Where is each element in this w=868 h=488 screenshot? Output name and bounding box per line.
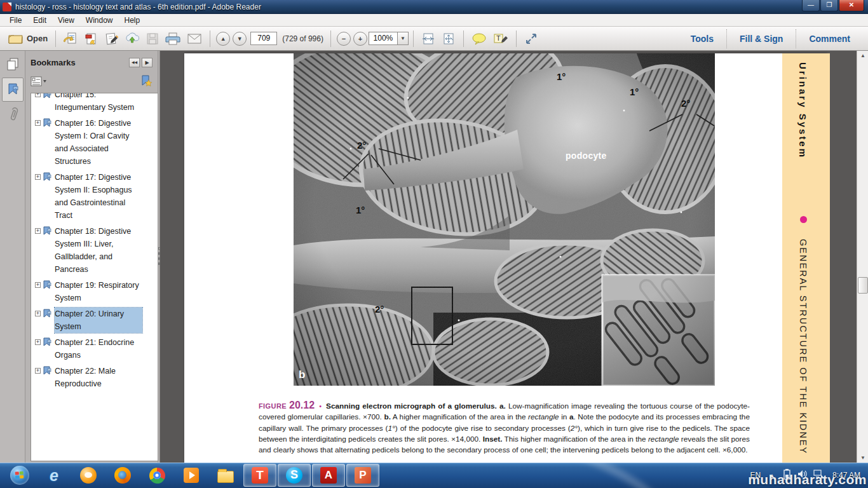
- zoom-level-input[interactable]: 100%: [369, 32, 398, 45]
- bookmark-expander-icon[interactable]: +: [35, 228, 41, 234]
- fit-width-button[interactable]: [418, 30, 438, 47]
- taskbar-gom-player[interactable]: [72, 464, 105, 487]
- zoom-out-button[interactable]: −: [337, 32, 351, 46]
- create-pdf-button[interactable]: [81, 30, 101, 48]
- highlight-text-button[interactable]: T: [490, 30, 512, 47]
- zoom-in-button[interactable]: +: [353, 32, 367, 46]
- tango-icon: T: [252, 467, 268, 484]
- bookmark-item[interactable]: +Chapter 16: Digestive System I: Oral Ca…: [35, 117, 160, 168]
- bookmarks-toolbar: [25, 74, 158, 92]
- email-button[interactable]: [184, 31, 205, 46]
- send-file-icon: [64, 32, 78, 46]
- windows-taskbar: e T S A P EN ▲ 8:47 AM: [0, 463, 868, 488]
- bookmark-item[interactable]: +Chapter 19: Respiratory System: [35, 279, 160, 304]
- bookmark-item[interactable]: +Chapter 17: Digestive System II: Esopha…: [35, 171, 160, 222]
- options-list-icon: [31, 76, 47, 86]
- bookmark-label[interactable]: Chapter 22: Male Reproductive: [55, 365, 142, 390]
- bookmarks-panel: Bookmarks ◀◀ ▶: [25, 51, 158, 463]
- navigation-pane-strip: [0, 51, 25, 463]
- menu-window[interactable]: Window: [80, 15, 119, 26]
- start-button[interactable]: [3, 464, 36, 487]
- bookmark-expander-icon[interactable]: +: [35, 311, 41, 316]
- document-scrollbar[interactable]: ▲ ▼: [857, 51, 868, 463]
- next-page-button[interactable]: ▼: [233, 32, 247, 46]
- send-file-button[interactable]: [60, 30, 81, 48]
- menu-edit[interactable]: Edit: [27, 15, 52, 26]
- bookmark-icon: [43, 366, 51, 376]
- bookmark-expander-icon[interactable]: +: [35, 93, 41, 97]
- bookmark-label[interactable]: Chapter 15: Integumentary System: [55, 93, 142, 114]
- windows-explorer-icon: [217, 471, 234, 483]
- sign-button[interactable]: [101, 30, 121, 48]
- bookmark-label[interactable]: Chapter 16: Digestive System I: Oral Cav…: [55, 117, 142, 168]
- taskbar-adobe-reader[interactable]: A: [312, 464, 345, 487]
- chapter-band-title: Urinary System: [797, 62, 808, 159]
- skype-icon: S: [286, 467, 302, 484]
- bookmark-label[interactable]: Chapter 18: Digestive System III: Liver,…: [55, 225, 142, 276]
- attachments-button[interactable]: [2, 103, 24, 127]
- fit-page-button[interactable]: [438, 30, 459, 47]
- bookmark-label[interactable]: Chapter 19: Respiratory System: [55, 279, 142, 304]
- sticky-note-button[interactable]: [468, 30, 490, 47]
- page-thumbnails-button[interactable]: [2, 52, 24, 76]
- open-button[interactable]: Open: [5, 31, 51, 46]
- bookmark-expander-icon[interactable]: +: [35, 282, 41, 288]
- cloud-upload-icon: [125, 32, 140, 46]
- close-button[interactable]: ✕: [839, 0, 864, 11]
- zoom-dropdown-button[interactable]: ▼: [398, 32, 409, 45]
- previous-page-button[interactable]: ▲: [216, 32, 230, 46]
- bookmark-options-button[interactable]: [31, 76, 47, 89]
- fill-sign-tab[interactable]: Fill & Sign: [727, 34, 796, 44]
- page-number-input[interactable]: 709: [250, 32, 277, 45]
- bookmark-item[interactable]: +Chapter 18: Digestive System III: Liver…: [35, 225, 160, 276]
- collapse-panel-button[interactable]: ◀◀: [129, 58, 140, 67]
- toolbar-separator: [55, 30, 56, 47]
- cloud-upload-button[interactable]: [121, 30, 143, 48]
- bookmark-item[interactable]: +Chapter 21: Endocrine Organs: [35, 336, 160, 362]
- fullscreen-button[interactable]: [521, 30, 541, 48]
- taskbar-firefox[interactable]: [106, 464, 139, 487]
- bookmark-item[interactable]: +Chapter 15: Integumentary System: [35, 93, 160, 114]
- menu-view[interactable]: View: [52, 15, 80, 26]
- bookmarks-panel-button[interactable]: [2, 78, 24, 102]
- bookmark-item[interactable]: +Chapter 22: Male Reproductive: [35, 365, 160, 390]
- bookmark-expander-icon[interactable]: +: [35, 120, 41, 126]
- taskbar-skype[interactable]: S: [278, 464, 311, 487]
- title-bar[interactable]: histology - ross - histology text and at…: [0, 0, 868, 14]
- bookmark-label[interactable]: Chapter 21: Endocrine Organs: [55, 336, 142, 362]
- taskbar-powerpoint[interactable]: P: [346, 464, 379, 487]
- tools-tab[interactable]: Tools: [678, 34, 726, 44]
- watermark-text: muhadharaty.com: [748, 472, 867, 487]
- taskbar-windows-explorer[interactable]: [209, 464, 242, 487]
- bookmark-expander-icon[interactable]: +: [35, 339, 41, 345]
- new-bookmark-button[interactable]: [140, 75, 153, 90]
- save-button[interactable]: [143, 30, 162, 47]
- bookmark-expander-icon[interactable]: +: [35, 368, 41, 374]
- expand-panel-button[interactable]: ▶: [142, 58, 153, 67]
- bookmark-expander-icon[interactable]: +: [35, 174, 41, 180]
- bookmark-label[interactable]: Chapter 17: Digestive System II: Esophag…: [55, 171, 142, 222]
- figure-label-secondary: 2°: [357, 140, 366, 151]
- scroll-up-arrow[interactable]: ▲: [857, 51, 868, 60]
- comment-tab[interactable]: Comment: [796, 34, 863, 44]
- minimize-button[interactable]: —: [802, 0, 820, 11]
- fullscreen-icon: [524, 32, 538, 46]
- maximize-button[interactable]: ❐: [820, 0, 838, 11]
- svg-text:T: T: [496, 34, 501, 42]
- bookmark-item[interactable]: +Chapter 20: Urinary System: [35, 308, 160, 333]
- open-button-label: Open: [27, 34, 48, 43]
- scroll-down-arrow[interactable]: ▼: [857, 453, 868, 463]
- menu-help[interactable]: Help: [119, 15, 146, 26]
- menu-file[interactable]: File: [4, 15, 27, 26]
- bookmark-icon: [43, 118, 51, 128]
- section-dot-icon: [800, 216, 807, 223]
- document-scrollbar-thumb[interactable]: [858, 277, 868, 294]
- taskbar-chrome[interactable]: [140, 464, 173, 487]
- taskbar-internet-explorer[interactable]: e: [37, 464, 71, 487]
- taskbar-media-player[interactable]: [175, 464, 208, 487]
- figure-micrograph: 1° 1° 2° podocyte 2° 1° 2° b: [294, 53, 715, 386]
- bookmark-label-selected[interactable]: Chapter 20: Urinary System: [55, 308, 142, 333]
- taskbar-tango[interactable]: T: [243, 464, 276, 487]
- print-button[interactable]: [162, 30, 184, 48]
- chrome-icon: [149, 468, 165, 484]
